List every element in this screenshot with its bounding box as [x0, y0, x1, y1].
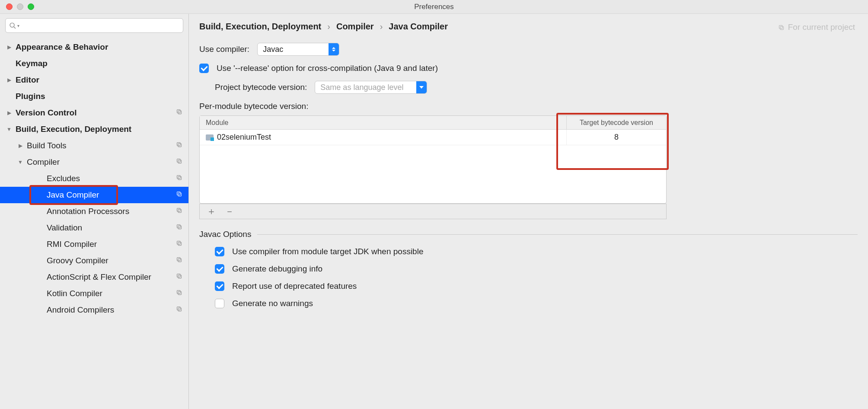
svg-rect-21 — [177, 274, 181, 278]
svg-rect-23 — [177, 291, 181, 294]
titlebar: Preferences — [0, 0, 868, 14]
project-scope-icon — [176, 289, 182, 298]
table-toolbar: ＋ － — [199, 204, 667, 219]
crumb-compiler[interactable]: Compiler — [336, 22, 374, 32]
svg-rect-16 — [178, 242, 182, 246]
sidebar-item-kotlin-compiler[interactable]: Kotlin Compiler — [0, 285, 188, 302]
svg-rect-9 — [177, 176, 181, 179]
sidebar-item-annotation-processors[interactable]: Annotation Processors — [0, 203, 188, 220]
search-options-chevron-icon[interactable]: ▾ — [17, 23, 19, 28]
chevron-right-icon[interactable]: ▶ — [6, 77, 12, 83]
cell-target-bytecode[interactable]: 8 — [567, 130, 666, 145]
project-bytecode-value: Same as language level — [315, 83, 416, 92]
sidebar-item-excludes[interactable]: Excludes — [0, 170, 188, 187]
project-scope-icon — [176, 273, 182, 281]
sidebar-item-label: ActionScript & Flex Compiler — [47, 272, 151, 282]
svg-point-0 — [10, 23, 14, 27]
svg-rect-5 — [177, 143, 181, 146]
svg-rect-26 — [780, 26, 784, 30]
table-header: Module Target bytecode version — [200, 116, 666, 130]
breadcrumb: Build, Execution, Deployment › Compiler … — [199, 22, 858, 32]
sidebar-item-label: Compiler — [27, 157, 60, 167]
sidebar-item-label: Java Compiler — [47, 190, 99, 200]
javac-debug-info-checkbox[interactable] — [215, 264, 224, 274]
sidebar-item-label: Excludes — [47, 174, 80, 183]
sidebar-item-label: Validation — [47, 223, 82, 233]
search-input[interactable]: ▾ — [5, 18, 183, 33]
minimize-window-button[interactable] — [17, 3, 23, 10]
svg-rect-7 — [177, 159, 181, 163]
svg-rect-12 — [178, 209, 182, 213]
javac-no-warnings-checkbox[interactable] — [215, 299, 224, 308]
sidebar-item-java-compiler[interactable]: Java Compiler — [0, 187, 188, 203]
sidebar-item-label: Build, Execution, Deployment — [16, 125, 131, 134]
sidebar-item-appearance-behavior[interactable]: ▶Appearance & Behavior — [0, 39, 188, 55]
sidebar-item-android-compilers[interactable]: Android Compilers — [0, 302, 188, 318]
javac-deprecated-label: Report use of deprecated features — [232, 281, 357, 291]
col-header-module[interactable]: Module — [200, 116, 567, 129]
svg-rect-14 — [178, 226, 182, 229]
svg-line-1 — [14, 26, 16, 28]
select-handle-icon — [416, 81, 427, 93]
use-release-checkbox[interactable] — [199, 64, 209, 73]
svg-rect-22 — [178, 291, 182, 295]
sidebar-item-version-control[interactable]: ▶Version Control — [0, 105, 188, 121]
use-compiler-label: Use compiler: — [199, 45, 249, 54]
sidebar-item-compiler[interactable]: ▼Compiler — [0, 154, 188, 170]
project-bytecode-label: Project bytecode version: — [215, 83, 307, 92]
chevron-right-icon[interactable]: ▶ — [6, 44, 12, 50]
chevron-down-icon[interactable]: ▼ — [17, 159, 23, 165]
sidebar-item-label: Plugins — [16, 92, 45, 101]
project-scope-icon — [176, 191, 182, 199]
close-window-button[interactable] — [6, 3, 13, 10]
project-scope-icon — [176, 207, 182, 216]
svg-rect-3 — [177, 110, 181, 113]
sidebar-item-validation[interactable]: Validation — [0, 220, 188, 236]
sidebar-item-actionscript-flex-compiler[interactable]: ActionScript & Flex Compiler — [0, 269, 188, 285]
chevron-right-icon: › — [380, 22, 383, 32]
sidebar-item-plugins[interactable]: Plugins — [0, 88, 188, 105]
javac-use-module-jdk-label: Use compiler from module target JDK when… — [232, 247, 423, 256]
svg-rect-18 — [178, 259, 182, 262]
sidebar-item-keymap[interactable]: Keymap — [0, 55, 188, 72]
svg-rect-4 — [178, 144, 182, 147]
javac-use-module-jdk-checkbox[interactable] — [215, 247, 224, 256]
sidebar-item-label: Kotlin Compiler — [47, 289, 102, 298]
window-controls — [0, 3, 34, 10]
zoom-window-button[interactable] — [28, 3, 34, 10]
sidebar-item-build-tools[interactable]: ▶Build Tools — [0, 137, 188, 154]
sidebar-item-label: RMI Compiler — [47, 240, 97, 249]
col-header-target[interactable]: Target bytecode version — [567, 116, 666, 129]
project-bytecode-select[interactable]: Same as language level — [315, 81, 427, 94]
chevron-right-icon[interactable]: ▶ — [17, 143, 23, 149]
sidebar-item-label: Build Tools — [27, 141, 67, 150]
svg-rect-6 — [178, 160, 182, 163]
sidebar-item-groovy-compiler[interactable]: Groovy Compiler — [0, 252, 188, 269]
crumb-build[interactable]: Build, Execution, Deployment — [199, 22, 321, 32]
module-icon — [206, 134, 214, 141]
chevron-down-icon[interactable]: ▼ — [6, 126, 12, 132]
table-row[interactable]: 02seleniumTest8 — [200, 130, 666, 145]
sidebar-item-label: Editor — [16, 75, 39, 85]
sidebar-item-rmi-compiler[interactable]: RMI Compiler — [0, 236, 188, 252]
project-scope-icon — [176, 224, 182, 232]
select-handle-icon — [329, 43, 339, 55]
use-compiler-select[interactable]: Javac — [257, 43, 339, 56]
remove-row-button[interactable]: － — [225, 207, 234, 216]
per-module-label: Per-module bytecode version: — [199, 102, 858, 111]
sidebar: ▾ ▶Appearance & BehaviorKeymap▶EditorPlu… — [0, 14, 189, 409]
sidebar-item-build-execution-deployment[interactable]: ▼Build, Execution, Deployment — [0, 121, 188, 137]
use-release-label: Use '--release' option for cross-compila… — [217, 64, 438, 73]
project-scope-icon — [176, 109, 182, 117]
sidebar-item-label: Android Compilers — [47, 305, 114, 315]
sidebar-item-label: Annotation Processors — [47, 207, 129, 216]
chevron-right-icon: › — [327, 22, 330, 32]
javac-debug-info-label: Generate debugging info — [232, 264, 322, 274]
javac-options-header: Javac Options — [199, 230, 251, 239]
javac-deprecated-checkbox[interactable] — [215, 281, 224, 291]
project-scope-icon — [176, 158, 182, 166]
add-row-button[interactable]: ＋ — [207, 207, 216, 216]
project-scope-icon — [176, 240, 182, 249]
sidebar-item-editor[interactable]: ▶Editor — [0, 72, 188, 88]
chevron-right-icon[interactable]: ▶ — [6, 110, 12, 116]
